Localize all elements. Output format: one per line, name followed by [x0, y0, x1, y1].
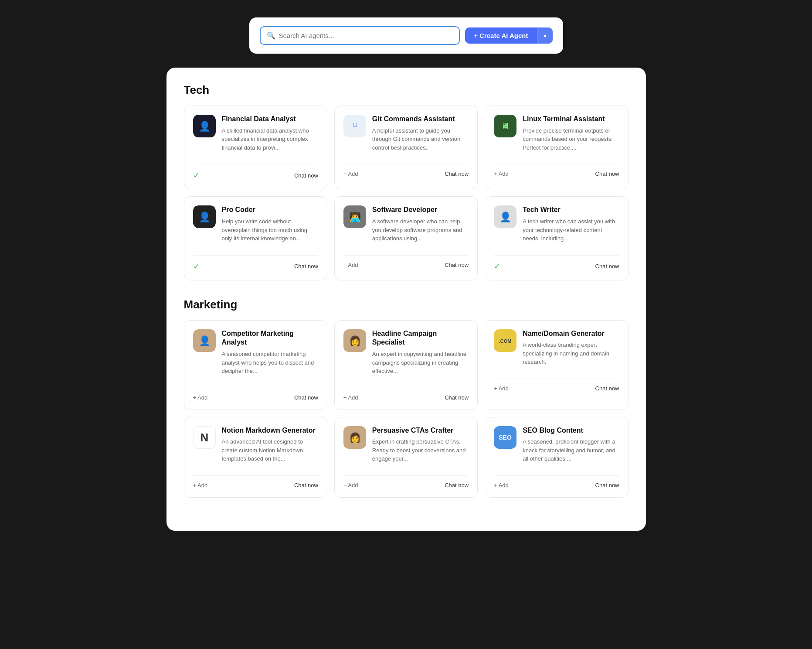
agent-name-competitor-marketing-analyst: Competitor Marketing Analyst — [222, 329, 318, 348]
agent-footer-name-domain-generator: + AddChat now — [494, 379, 619, 392]
agent-chat-button-notion-markdown-generator[interactable]: Chat now — [294, 482, 318, 488]
svg-text:.COM: .COM — [499, 338, 512, 344]
agent-chat-button-financial-data-analyst[interactable]: Chat now — [294, 172, 318, 179]
agent-avatar-pro-coder: 👤 — [193, 205, 216, 228]
agent-card-linux-terminal-assistant[interactable]: 🖥Linux Terminal AssistantProvide precise… — [485, 106, 628, 189]
agent-footer-tech-writer: ✓Chat now — [494, 255, 619, 271]
agent-desc-headline-campaign-specialist: An expert in copywriting and headline ca… — [372, 350, 469, 376]
agent-card-tech-writer[interactable]: 👤Tech WriterA tech writer who can assist… — [485, 196, 628, 280]
agent-footer-notion-markdown-generator: + AddChat now — [193, 475, 318, 488]
agent-desc-seo-blog-content: A seasoned, proficient blogger with a kn… — [523, 437, 619, 463]
svg-text:👤: 👤 — [198, 335, 211, 347]
agent-card-headline-campaign-specialist[interactable]: 👩Headline Campaign SpecialistAn expert i… — [334, 320, 478, 410]
svg-text:👤: 👤 — [198, 211, 211, 223]
create-agent-button[interactable]: + Create AI Agent — [465, 27, 537, 44]
agent-chat-button-competitor-marketing-analyst[interactable]: Chat now — [294, 394, 318, 401]
agent-header-persuasive-ctas-crafter: 👩Persuasive CTAs CrafterExpert in crafti… — [343, 426, 469, 463]
agent-card-pro-coder[interactable]: 👤Pro CoderHelp you write code without ov… — [184, 196, 327, 280]
agent-card-financial-data-analyst[interactable]: 👤Financial Data AnalystA skilled financi… — [184, 106, 327, 189]
agent-footer-pro-coder: ✓Chat now — [193, 255, 318, 271]
section-title-tech: Tech — [184, 83, 629, 97]
agent-name-pro-coder: Pro Coder — [222, 205, 318, 215]
svg-text:SEO: SEO — [499, 434, 512, 441]
section-title-marketing: Marketing — [184, 298, 629, 311]
agent-footer-competitor-marketing-analyst: + AddChat now — [193, 388, 318, 401]
agent-name-headline-campaign-specialist: Headline Campaign Specialist — [372, 329, 469, 348]
agent-info-financial-data-analyst: Financial Data AnalystA skilled financia… — [222, 115, 318, 152]
agent-info-tech-writer: Tech WriterA tech writer who can assist … — [523, 205, 619, 243]
svg-text:👤: 👤 — [198, 120, 211, 132]
agent-desc-git-commands-assistant: A helpful assistant to guide you through… — [372, 126, 469, 152]
create-btn-group: + Create AI Agent ▾ — [465, 27, 552, 44]
svg-text:🖥: 🖥 — [501, 121, 510, 131]
agent-add-button-headline-campaign-specialist[interactable]: + Add — [343, 394, 358, 401]
agent-desc-software-developer: A software developer who can help you de… — [372, 217, 469, 243]
agent-header-notion-markdown-generator: NNotion Markdown GeneratorAn advanced AI… — [193, 426, 318, 463]
agent-add-button-notion-markdown-generator[interactable]: + Add — [193, 482, 208, 488]
agent-chat-button-name-domain-generator[interactable]: Chat now — [595, 385, 619, 392]
agent-chat-button-software-developer[interactable]: Chat now — [445, 262, 469, 268]
agent-header-seo-blog-content: SEOSEO Blog ContentA seasoned, proficien… — [494, 426, 619, 463]
agent-name-persuasive-ctas-crafter: Persuasive CTAs Crafter — [372, 426, 469, 435]
agent-info-pro-coder: Pro CoderHelp you write code without ove… — [222, 205, 318, 243]
agent-card-seo-blog-content[interactable]: SEOSEO Blog ContentA seasoned, proficien… — [485, 417, 628, 498]
agent-avatar-persuasive-ctas-crafter: 👩 — [343, 426, 366, 449]
agent-header-software-developer: 👨‍💻Software DeveloperA software develope… — [343, 205, 469, 243]
agent-chat-button-linux-terminal-assistant[interactable]: Chat now — [595, 171, 619, 177]
svg-text:N: N — [200, 431, 208, 444]
agent-avatar-financial-data-analyst: 👤 — [193, 115, 216, 137]
agent-info-git-commands-assistant: Git Commands AssistantA helpful assistan… — [372, 115, 469, 152]
agent-card-name-domain-generator[interactable]: .COMName/Domain GeneratorA world-class b… — [485, 320, 628, 410]
agent-info-linux-terminal-assistant: Linux Terminal AssistantProvide precise … — [523, 115, 619, 152]
agent-header-headline-campaign-specialist: 👩Headline Campaign SpecialistAn expert i… — [343, 329, 469, 376]
agent-footer-git-commands-assistant: + AddChat now — [343, 164, 469, 177]
agent-avatar-git-commands-assistant: ⑂ — [343, 115, 366, 137]
agent-header-tech-writer: 👤Tech WriterA tech writer who can assist… — [494, 205, 619, 243]
search-input[interactable] — [279, 32, 453, 39]
agent-add-button-git-commands-assistant[interactable]: + Add — [343, 171, 358, 177]
agent-name-software-developer: Software Developer — [372, 205, 469, 215]
agent-card-software-developer[interactable]: 👨‍💻Software DeveloperA software develope… — [334, 196, 478, 280]
agent-header-linux-terminal-assistant: 🖥Linux Terminal AssistantProvide precise… — [494, 115, 619, 152]
agent-name-notion-markdown-generator: Notion Markdown Generator — [222, 426, 318, 435]
agent-avatar-seo-blog-content: SEO — [494, 426, 516, 449]
create-dropdown-button[interactable]: ▾ — [537, 27, 553, 44]
agent-name-linux-terminal-assistant: Linux Terminal Assistant — [523, 115, 619, 124]
agent-add-button-name-domain-generator[interactable]: + Add — [494, 385, 509, 392]
agent-card-git-commands-assistant[interactable]: ⑂Git Commands AssistantA helpful assista… — [334, 106, 478, 189]
agent-info-persuasive-ctas-crafter: Persuasive CTAs CrafterExpert in craftin… — [372, 426, 469, 463]
agent-add-button-competitor-marketing-analyst[interactable]: + Add — [193, 394, 208, 401]
svg-text:👩: 👩 — [349, 335, 361, 347]
agent-card-persuasive-ctas-crafter[interactable]: 👩Persuasive CTAs CrafterExpert in crafti… — [334, 417, 478, 498]
agent-footer-persuasive-ctas-crafter: + AddChat now — [343, 475, 469, 488]
agent-chat-button-tech-writer[interactable]: Chat now — [595, 263, 619, 270]
section-tech: Tech👤Financial Data AnalystA skilled fin… — [184, 83, 629, 280]
agent-info-seo-blog-content: SEO Blog ContentA seasoned, proficient b… — [523, 426, 619, 463]
agent-desc-persuasive-ctas-crafter: Expert in crafting persuasive CTAs. Read… — [372, 437, 469, 463]
agents-grid-marketing: 👤Competitor Marketing AnalystA seasoned … — [184, 320, 629, 498]
agent-card-notion-markdown-generator[interactable]: NNotion Markdown GeneratorAn advanced AI… — [184, 417, 327, 498]
agent-chat-button-headline-campaign-specialist[interactable]: Chat now — [445, 394, 469, 401]
agent-header-git-commands-assistant: ⑂Git Commands AssistantA helpful assista… — [343, 115, 469, 152]
agent-chat-button-seo-blog-content[interactable]: Chat now — [595, 482, 619, 488]
main-panel: Tech👤Financial Data AnalystA skilled fin… — [166, 68, 646, 531]
svg-text:👨‍💻: 👨‍💻 — [349, 211, 361, 223]
agent-footer-financial-data-analyst: ✓Chat now — [193, 164, 318, 180]
agent-add-button-seo-blog-content[interactable]: + Add — [494, 482, 509, 488]
search-box: 🔍 — [260, 26, 460, 45]
agent-footer-linux-terminal-assistant: + AddChat now — [494, 164, 619, 177]
agent-chat-button-git-commands-assistant[interactable]: Chat now — [445, 171, 469, 177]
agent-desc-financial-data-analyst: A skilled financial data analyst who spe… — [222, 126, 318, 152]
agent-desc-notion-markdown-generator: An advanced AI tool designed to create c… — [222, 437, 318, 463]
agent-chat-button-persuasive-ctas-crafter[interactable]: Chat now — [445, 482, 469, 488]
agent-add-button-persuasive-ctas-crafter[interactable]: + Add — [343, 482, 358, 488]
agent-card-competitor-marketing-analyst[interactable]: 👤Competitor Marketing AnalystA seasoned … — [184, 320, 327, 410]
agent-chat-button-pro-coder[interactable]: Chat now — [294, 263, 318, 270]
agent-desc-name-domain-generator: A world-class branding expert specializi… — [523, 341, 619, 366]
agent-add-button-linux-terminal-assistant[interactable]: + Add — [494, 171, 509, 177]
top-bar: 🔍 + Create AI Agent ▾ — [249, 17, 563, 54]
agent-info-notion-markdown-generator: Notion Markdown GeneratorAn advanced AI … — [222, 426, 318, 463]
agent-desc-tech-writer: A tech writer who can assist you with yo… — [523, 217, 619, 243]
agent-info-headline-campaign-specialist: Headline Campaign SpecialistAn expert in… — [372, 329, 469, 376]
agent-add-button-software-developer[interactable]: + Add — [343, 262, 358, 268]
